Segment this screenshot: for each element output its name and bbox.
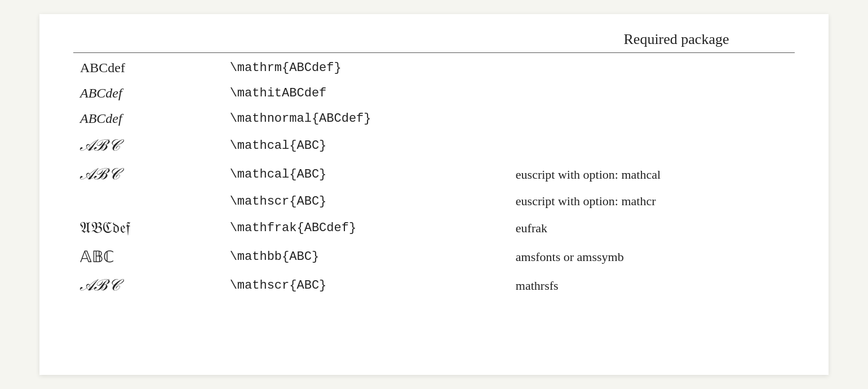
symbol-display: ABCdef <box>80 111 122 126</box>
symbol-cell: ABCdef <box>73 81 223 106</box>
symbol-cell: 𝔸𝔹ℂ <box>73 242 223 271</box>
symbol-cell: 𝒜ℬ𝒞 <box>73 160 223 189</box>
package-cell: eufrak <box>509 214 795 242</box>
package-text: mathrsfs <box>516 279 559 293</box>
table-row: ABCdef \mathnormal{ABCdef} <box>73 106 795 131</box>
package-cell: euscript with option: mathcr <box>509 189 795 214</box>
header-row: Required package <box>73 31 795 53</box>
table-row: 𝔄𝔅ℭ𝔡𝔢𝔣 \mathfrak{ABCdef} eufrak <box>73 214 795 242</box>
package-text: eufrak <box>516 221 547 235</box>
symbol-cell <box>73 189 223 214</box>
symbol-cell: ABCdef <box>73 106 223 131</box>
table-row: 𝒜ℬ𝒞 \mathcal{ABC} euscript with option: … <box>73 160 795 189</box>
package-cell: euscript with option: mathcal <box>509 160 795 189</box>
page-container: Required package ABCdef \mathrm{ABCdef} <box>39 14 829 375</box>
package-cell: mathrsfs <box>509 271 795 300</box>
package-text: amsfonts or amssymb <box>516 250 624 264</box>
table-row: ABCdef \mathrm{ABCdef} <box>73 55 795 81</box>
package-cell <box>509 131 795 160</box>
symbol-display: ABCdef <box>80 60 125 75</box>
command-cell: \mathcal{ABC} <box>223 160 509 189</box>
symbol-cell: 𝔄𝔅ℭ𝔡𝔢𝔣 <box>73 214 223 242</box>
package-cell <box>509 55 795 81</box>
command-text: \mathitABCdef <box>230 86 327 100</box>
package-cell <box>509 81 795 106</box>
command-cell: \mathscr{ABC} <box>223 271 509 300</box>
symbol-display: 𝒜ℬ𝒞 <box>80 276 119 294</box>
command-text: \mathbb{ABC} <box>230 250 319 264</box>
command-cell: \mathrm{ABCdef} <box>223 55 509 81</box>
symbol-display: 𝔄𝔅ℭ𝔡𝔢𝔣 <box>80 219 131 236</box>
command-cell: \mathnormal{ABCdef} <box>223 106 509 131</box>
package-text: euscript with option: mathcr <box>516 194 656 208</box>
symbol-cell: 𝒜ℬ𝒞 <box>73 271 223 300</box>
symbol-display: ABCdef <box>80 86 122 100</box>
command-text: \mathnormal{ABCdef} <box>230 112 371 126</box>
command-cell: \mathfrak{ABCdef} <box>223 214 509 242</box>
table-row: ABCdef \mathitABCdef <box>73 81 795 106</box>
command-cell: \mathitABCdef <box>223 81 509 106</box>
symbol-cell: ABCdef <box>73 55 223 81</box>
command-text: \mathrm{ABCdef} <box>230 61 342 75</box>
command-cell: \mathcal{ABC} <box>223 131 509 160</box>
package-text: euscript with option: mathcal <box>516 167 661 182</box>
command-cell: \mathbb{ABC} <box>223 242 509 271</box>
package-cell <box>509 106 795 131</box>
math-fonts-table: ABCdef \mathrm{ABCdef} ABCdef \mathitABC… <box>73 55 795 300</box>
table-row: \mathscr{ABC} euscript with option: math… <box>73 189 795 214</box>
package-cell: amsfonts or amssymb <box>509 242 795 271</box>
command-text: \mathfrak{ABCdef} <box>230 221 356 235</box>
table-row: 𝒜ℬ𝒞 \mathscr{ABC} mathrsfs <box>73 271 795 300</box>
command-text: \mathscr{ABC} <box>230 279 327 293</box>
symbol-display: 𝒜ℬ𝒞 <box>80 136 119 154</box>
table-wrapper: Required package ABCdef \mathrm{ABCdef} <box>73 31 795 300</box>
symbol-display: 𝒜ℬ𝒞 <box>80 165 119 183</box>
command-cell: \mathscr{ABC} <box>223 189 509 214</box>
command-text: \mathscr{ABC} <box>230 194 327 209</box>
command-text: \mathcal{ABC} <box>230 139 327 153</box>
symbol-cell: 𝒜ℬ𝒞 <box>73 131 223 160</box>
required-package-header: Required package <box>558 31 795 48</box>
table-row: 𝒜ℬ𝒞 \mathcal{ABC} <box>73 131 795 160</box>
table-row: 𝔸𝔹ℂ \mathbb{ABC} amsfonts or amssymb <box>73 242 795 271</box>
symbol-display: 𝔸𝔹ℂ <box>80 248 114 266</box>
command-text: \mathcal{ABC} <box>230 167 327 182</box>
